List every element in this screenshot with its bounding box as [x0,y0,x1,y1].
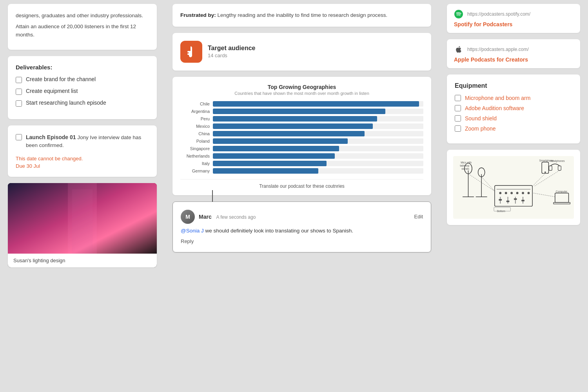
bar-label: Mexico [180,124,210,129]
target-audience-card[interactable]: Target audience 14 cards [172,33,431,71]
bar-row: Italy [180,161,423,166]
launch-title: Launch Episode 01 [26,134,76,140]
svg-text:Bottom: Bottom [497,210,506,212]
equipment-checkbox-2[interactable] [455,105,461,111]
bar-label: Germany [180,169,210,173]
apple-link[interactable]: Apple Podcasts for Creators [454,56,528,63]
equipment-link-3[interactable]: Sound shield [465,115,497,122]
launch-due: Due 30 Jul [16,163,149,169]
bar-fill [213,168,318,174]
comment-time: A few seconds ago [216,214,256,220]
deliverable-checkbox-2[interactable] [16,89,22,95]
svg-point-9 [510,192,513,194]
frustrated-body: Lengthy reading and the inability to fin… [216,12,388,18]
svg-rect-2 [72,189,93,254]
deliverable-item-3: Start researching launch episode [16,100,149,107]
apple-url: https://podcasters.apple.com/ [467,47,529,52]
spotify-link-header: https://podcasters.spotify.com/ [454,9,573,19]
launch-episode-card: Launch Episode 01 Jony Ive interview dat… [8,125,157,177]
audience-text1: designers, graduates and other industry … [16,12,149,20]
bar-chart: ChileArgentinaPeruMexicoChinaPolandSinga… [180,101,423,174]
comment-card: M Marc A few seconds ago Edit @Sonia J w… [172,201,431,252]
bar-row: Mexico [180,123,423,129]
bar-label: Singapore [180,146,210,151]
svg-rect-20 [521,200,524,201]
left-column: designers, graduates and other industry … [0,0,165,392]
comment-body-text: we should definitiely look into translat… [204,228,353,234]
deliverable-label-1: Create brand for the channel [26,76,96,82]
equipment-checkbox-4[interactable] [455,125,461,132]
equipment-link-2[interactable]: Adobe Audition software [465,105,524,111]
deliverables-title: Deliverables: [16,64,149,71]
svg-point-10 [516,192,519,194]
svg-point-12 [528,192,530,194]
bar-label: Netherlands [180,154,210,158]
comment-header: M Marc A few seconds ago Edit [181,210,423,224]
bar-track [213,101,423,107]
apple-icon [454,45,463,54]
equipment-diagram-card: Mics with tabletop stands Smartphone Hea… [447,150,580,225]
equipment-checkbox-3[interactable] [455,115,461,122]
audience-teaser-card: designers, graduates and other industry … [8,4,157,50]
target-title: Target audience [208,45,256,52]
equipment-link-1[interactable]: Microphone and boom arm [465,95,530,101]
svg-text:Computer: Computer [556,190,568,193]
middle-column: Frustrated by: Lengthy reading and the i… [165,0,439,392]
bar-label: Poland [180,139,210,143]
bar-row: Chile [180,101,423,107]
deliverables-card: Deliverables: Create brand for the chann… [8,56,157,119]
bar-row: China [180,131,423,136]
deliverable-checkbox-1[interactable] [16,77,22,83]
bar-fill [213,116,377,122]
edit-button[interactable]: Edit [414,214,423,220]
bar-track [213,138,423,144]
comment-body: @Sonia J we should definitiely look into… [181,227,423,235]
svg-rect-18 [514,198,517,200]
spotify-link[interactable]: Spotify for Podcasters [454,21,512,27]
bar-label: Argentina [180,109,210,114]
target-icon [180,41,202,63]
chart-subtitle: Countries that have shown the most month… [180,91,423,96]
frustrated-bold: Frustrated by: [180,12,216,18]
bar-fill [213,153,335,159]
bar-row: Peru [180,116,423,122]
equipment-checkbox-1[interactable] [455,95,461,101]
equipment-item-4: Zoom phone [455,125,572,132]
bar-track [213,168,423,174]
reply-button[interactable]: Reply [181,238,194,244]
spotify-url: https://podcasters.spotify.com/ [467,11,530,17]
bar-fill [213,131,365,136]
svg-text:Headphones: Headphones [550,160,565,163]
launch-body: Launch Episode 01 Jony Ive interview dat… [26,133,149,150]
deliverable-label-2: Create equipment list [26,88,78,94]
launch-episode-checkbox[interactable] [16,134,22,140]
bar-track [213,123,423,129]
frustrated-card: Frustrated by: Lengthy reading and the i… [172,4,431,27]
bar-fill [213,123,373,129]
bar-track [213,161,423,166]
svg-text:Mics with: Mics with [461,161,472,164]
equipment-link-4[interactable]: Zoom phone [465,125,496,132]
bar-label: China [180,131,210,136]
deliverable-checkbox-3[interactable] [16,100,22,107]
deliverable-label-3: Start researching launch episode [26,100,106,106]
chart-title: Top Growing Geographies [180,84,423,90]
bar-label: Italy [180,161,210,166]
image-card: Susan's lighting design [8,183,157,267]
frustrated-text: Frustrated by: Lengthy reading and the i… [180,11,423,20]
comment-meta: Marc A few seconds ago [199,214,410,220]
equipment-title: Equipment [455,82,572,89]
bar-track [213,116,423,122]
bar-track [213,131,423,136]
comment-mention[interactable]: @Sonia J [181,228,204,234]
svg-text:stands: stands [461,167,469,170]
spotify-link-card: https://podcasters.spotify.com/ Spotify … [447,4,580,33]
bar-fill [213,101,419,107]
page-container: designers, graduates and other industry … [0,0,588,392]
deliverable-item-2: Create equipment list [16,88,149,95]
bar-row: Netherlands [180,153,423,159]
chart-annotation: Translate our podcast for these coutnrie… [180,179,423,189]
target-info: Target audience 14 cards [208,45,256,58]
svg-point-11 [522,192,524,194]
launch-warning: This date cannot be changed. [16,156,149,162]
